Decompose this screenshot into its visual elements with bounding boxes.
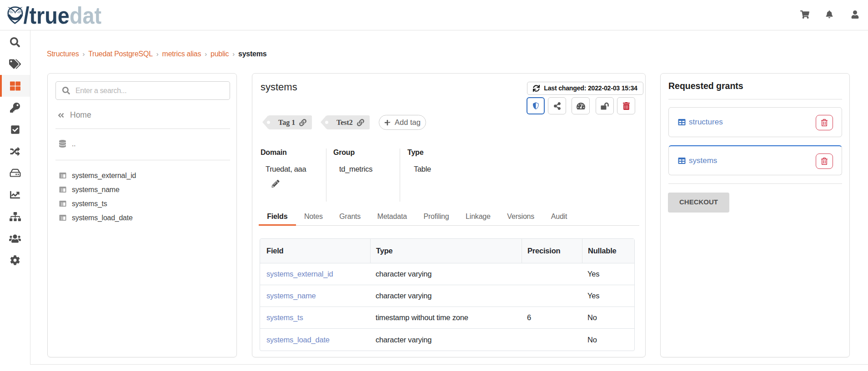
svg-text:/truedat: /truedat <box>24 2 102 28</box>
